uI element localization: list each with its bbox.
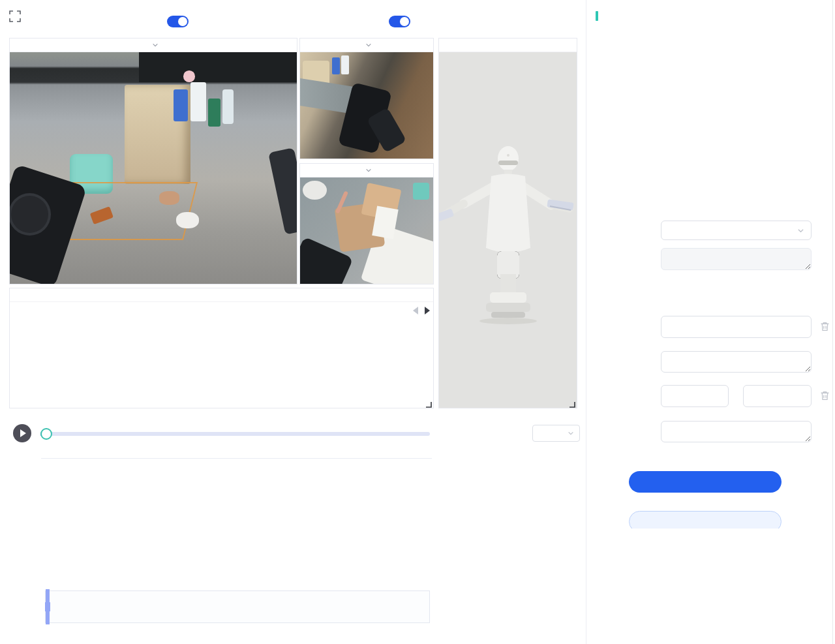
review-result-label <box>586 185 656 196</box>
head-camera-view <box>10 52 297 284</box>
resize-corner-icon <box>425 401 432 408</box>
frame-scale <box>41 564 432 574</box>
speed-select[interactable] <box>532 425 580 442</box>
legend-pager <box>413 302 430 319</box>
review-tag-label <box>586 225 656 236</box>
fullscreen-button[interactable] <box>9 10 21 22</box>
slider-handle[interactable] <box>40 428 52 440</box>
depth-rgb-switch-group <box>162 16 194 27</box>
region-note-textarea[interactable] <box>661 421 812 442</box>
section-accent-bar <box>596 11 598 21</box>
region-end-input[interactable] <box>743 385 812 407</box>
submit-next-button[interactable] <box>629 471 782 493</box>
sim-view <box>439 52 577 408</box>
chevron-down-icon <box>797 227 804 234</box>
action-chart-header <box>10 288 433 302</box>
trash-icon <box>819 390 830 401</box>
chart-legend <box>10 302 433 319</box>
play-button[interactable] <box>13 424 31 442</box>
single-frame-input[interactable] <box>661 316 812 338</box>
hand-right-camera-selector[interactable] <box>300 164 433 177</box>
depth-rgb-toggle[interactable] <box>167 16 189 27</box>
trajectory-toggle[interactable] <box>389 16 410 27</box>
region-frame-block[interactable] <box>46 589 50 624</box>
sim-resize-handle[interactable] <box>568 399 575 406</box>
slider-track[interactable] <box>40 432 430 436</box>
region-frame-track[interactable] <box>45 590 430 623</box>
action-chart-panel <box>9 288 434 408</box>
app-root <box>0 0 835 644</box>
timeline-slider[interactable] <box>40 429 430 438</box>
hand-left-camera-view <box>300 52 433 159</box>
sim-panel <box>438 38 577 408</box>
region-left-handle[interactable] <box>49 602 50 611</box>
chevron-down-icon <box>365 167 372 174</box>
head-camera-panel <box>9 38 297 284</box>
region-frame-label <box>586 390 656 401</box>
review-tag-select[interactable] <box>661 221 812 240</box>
hand-left-camera-selector[interactable] <box>300 38 433 52</box>
chevron-down-icon <box>365 42 372 48</box>
trajectory-switch-group <box>384 16 410 27</box>
single-frame-label <box>586 321 656 331</box>
segment-markers <box>41 447 432 455</box>
submit-back-clip <box>629 511 782 529</box>
submit-back-button[interactable] <box>629 511 782 529</box>
trash-icon <box>819 321 830 332</box>
steps-table <box>41 458 432 459</box>
chart-resize-handle[interactable] <box>425 399 432 406</box>
chevron-down-icon <box>152 42 159 48</box>
play-icon <box>20 429 26 437</box>
review-tag-note-textarea[interactable] <box>661 248 812 270</box>
review-panel <box>586 0 835 644</box>
resize-corner-icon <box>568 401 575 408</box>
scene-monitor <box>139 52 297 82</box>
review-panel-header <box>596 11 603 21</box>
delete-single-frame-button[interactable] <box>819 321 830 333</box>
sim-robot <box>439 52 577 408</box>
legend-prev-icon[interactable] <box>413 307 418 314</box>
region-start-input[interactable] <box>661 385 729 407</box>
sim-header <box>439 38 577 52</box>
hand-right-camera-panel <box>299 163 434 284</box>
robot-arm-right <box>268 147 297 234</box>
hand-right-camera-view <box>300 177 433 284</box>
hand-left-camera-panel <box>299 38 434 159</box>
region-right-handle[interactable] <box>45 602 46 611</box>
chevron-down-icon <box>568 430 574 437</box>
scrollbar-track[interactable] <box>832 0 833 644</box>
action-chart <box>10 319 433 408</box>
fullscreen-icon <box>9 10 21 22</box>
head-camera-selector[interactable] <box>10 38 297 52</box>
scene-initial-state <box>439 448 583 450</box>
legend-next-icon[interactable] <box>425 307 430 314</box>
delete-region-frame-button[interactable] <box>819 390 830 402</box>
single-frame-note-textarea[interactable] <box>661 351 812 373</box>
